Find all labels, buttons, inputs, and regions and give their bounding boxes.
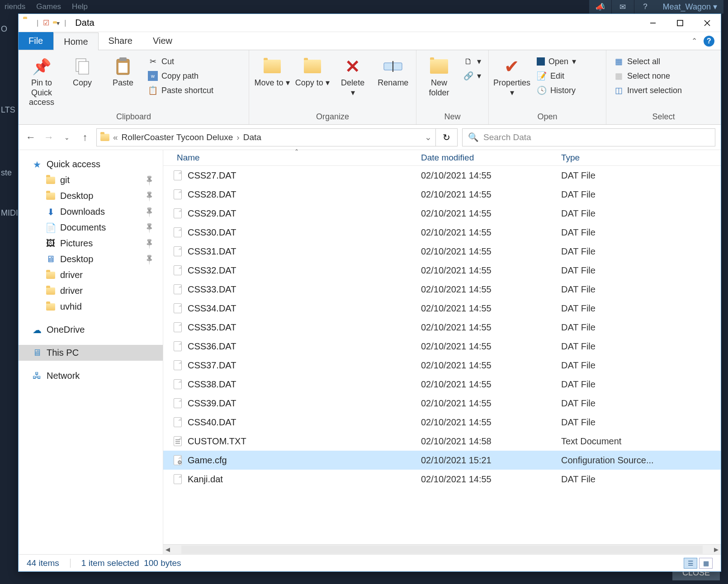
minimize-button[interactable] [639, 14, 667, 32]
collapse-ribbon-icon[interactable]: ⌃ [691, 37, 697, 45]
file-row[interactable]: CSS31.DAT 02/10/2021 14:55 DAT File [163, 242, 721, 261]
column-type[interactable]: Type [561, 153, 721, 163]
file-row[interactable]: CSS37.DAT 02/10/2021 14:55 DAT File [163, 356, 721, 375]
announce-icon[interactable]: 📣 [589, 0, 611, 14]
tab-home[interactable]: Home [53, 33, 98, 50]
mail-icon[interactable]: ✉ [611, 0, 634, 14]
nav-onedrive[interactable]: ☁ OneDrive [19, 322, 163, 338]
ribbon-tabs: File Home Share View ⌃ ? [19, 32, 721, 50]
maximize-button[interactable] [667, 14, 694, 32]
nav-item-uvhid[interactable]: uvhid [19, 299, 163, 315]
nav-item-driver[interactable]: driver [19, 267, 163, 283]
breadcrumb-2[interactable]: Data [243, 132, 261, 142]
file-row[interactable]: CSS39.DAT 02/10/2021 14:55 DAT File [163, 394, 721, 413]
bg-username[interactable]: Meat_Wagon ▾ [657, 0, 723, 14]
file-row[interactable]: CSS35.DAT 02/10/2021 14:55 DAT File [163, 318, 721, 337]
new-item-button[interactable]: 🗋▾ [461, 55, 484, 68]
file-date: 02/10/2021 14:55 [421, 417, 561, 428]
file-list[interactable]: CSS27.DAT 02/10/2021 14:55 DAT File CSS2… [163, 166, 721, 544]
back-button[interactable]: ← [24, 131, 38, 144]
select-none-icon: ▦ [614, 71, 624, 81]
view-thumbnails-button[interactable]: ▦ [699, 558, 713, 569]
edit-button[interactable]: 📝Edit [534, 69, 579, 83]
file-row[interactable]: CSS27.DAT 02/10/2021 14:55 DAT File [163, 166, 721, 185]
paste-shortcut-button[interactable]: 📋Paste shortcut [145, 84, 216, 97]
column-date[interactable]: Date modified [421, 153, 561, 163]
bg-menu-games[interactable]: Games [36, 2, 61, 11]
file-row[interactable]: Game.cfg 02/10/2021 15:21 Configuration … [163, 451, 721, 470]
nav-network[interactable]: 🖧 Network [19, 368, 163, 384]
history-button[interactable]: 🕓History [534, 84, 579, 97]
bg-left-fragments: O LTS ste MIDI [0, 14, 18, 584]
nav-item-downloads[interactable]: ⬇Downloads [19, 204, 163, 220]
refresh-button[interactable]: ↻ [436, 128, 458, 146]
tab-view[interactable]: View [143, 32, 183, 50]
organize-group-label: Organize [254, 110, 411, 124]
bg-menu-help[interactable]: Help [72, 2, 88, 11]
tab-share[interactable]: Share [99, 32, 143, 50]
desktop-icon: 🖥 [46, 254, 56, 264]
folder-icon [46, 270, 56, 280]
nav-quick-access[interactable]: ★ Quick access [19, 156, 163, 172]
copy-to-button[interactable]: Copy to ▾ [294, 53, 331, 88]
properties-button[interactable]: ✔ Properties▾ [493, 53, 530, 98]
forward-button[interactable]: → [42, 131, 56, 144]
up-button[interactable]: ↑ [78, 131, 92, 144]
file-type: DAT File [561, 284, 721, 295]
easy-access-button[interactable]: 🔗▾ [461, 69, 484, 83]
address-bar[interactable]: « RollerCoaster Tycoon Deluxe › Data ⌄ [96, 128, 436, 146]
file-row[interactable]: CUSTOM.TXT 02/10/2021 14:58 Text Documen… [163, 432, 721, 451]
file-row[interactable]: Kanji.dat 02/10/2021 14:55 DAT File [163, 470, 721, 489]
rename-button[interactable]: Rename [375, 53, 411, 88]
pin-quick-access-button[interactable]: 📌 Pin to Quick access [23, 53, 60, 108]
recent-dropdown[interactable]: ⌄ [60, 131, 74, 144]
qat-dropdown-icon[interactable]: ▾ [57, 19, 60, 27]
open-button[interactable]: Open ▾ [534, 55, 579, 68]
search-input[interactable] [483, 132, 709, 142]
nav-item-documents[interactable]: 📄Documents [19, 220, 163, 235]
move-to-button[interactable]: Move to ▾ [254, 53, 290, 88]
paste-button[interactable]: Paste [104, 53, 142, 88]
invert-selection-button[interactable]: ◫Invert selection [611, 84, 685, 97]
nav-item-driver[interactable]: driver [19, 283, 163, 299]
select-none-button[interactable]: ▦Select none [611, 69, 685, 83]
nav-item-desktop[interactable]: 🖥Desktop [19, 251, 163, 267]
file-row[interactable]: CSS28.DAT 02/10/2021 14:55 DAT File [163, 185, 721, 204]
select-all-button[interactable]: ▦Select all [611, 55, 685, 68]
view-details-button[interactable]: ☰ [684, 558, 697, 569]
scroll-left-icon[interactable]: ◀ [163, 546, 172, 553]
file-row[interactable]: CSS29.DAT 02/10/2021 14:55 DAT File [163, 204, 721, 223]
tab-file[interactable]: File [19, 32, 53, 50]
copy-button[interactable]: Copy [64, 53, 101, 88]
qat-properties-icon[interactable]: ☑ [43, 19, 49, 27]
breadcrumb-1[interactable]: RollerCoaster Tycoon Deluxe [122, 132, 233, 142]
cut-button[interactable]: ✂Cut [145, 55, 216, 68]
help-icon[interactable]: ? [634, 0, 657, 14]
close-button[interactable] [694, 14, 721, 32]
file-date: 02/10/2021 14:55 [421, 474, 561, 485]
search-box[interactable]: 🔍 [462, 128, 715, 146]
file-row[interactable]: CSS36.DAT 02/10/2021 14:55 DAT File [163, 337, 721, 356]
nav-item-git[interactable]: git [19, 172, 163, 188]
file-row[interactable]: CSS38.DAT 02/10/2021 14:55 DAT File [163, 375, 721, 394]
file-row[interactable]: CSS34.DAT 02/10/2021 14:55 DAT File [163, 299, 721, 318]
horizontal-scrollbar[interactable]: ◀ ▶ [163, 544, 721, 554]
file-icon [172, 189, 183, 200]
new-folder-button[interactable]: New folder [421, 53, 457, 98]
address-dropdown-icon[interactable]: ⌄ [425, 132, 432, 142]
delete-button[interactable]: ✕ Delete▾ [335, 53, 371, 98]
navigation-pane[interactable]: ★ Quick access gitDesktop⬇Downloads📄Docu… [19, 150, 163, 554]
copy-path-button[interactable]: wCopy path [145, 69, 216, 83]
nav-item-desktop[interactable]: Desktop [19, 188, 163, 204]
nav-this-pc[interactable]: 🖥 This PC [19, 345, 163, 361]
file-row[interactable]: CSS33.DAT 02/10/2021 14:55 DAT File [163, 280, 721, 299]
scroll-right-icon[interactable]: ▶ [712, 546, 721, 553]
bg-menu-friends[interactable]: riends [5, 2, 25, 11]
file-row[interactable]: CSS30.DAT 02/10/2021 14:55 DAT File [163, 223, 721, 242]
nav-item-pictures[interactable]: 🖼Pictures [19, 235, 163, 251]
help-button[interactable]: ? [704, 36, 714, 47]
path-icon: w [148, 71, 158, 81]
file-row[interactable]: CSS32.DAT 02/10/2021 14:55 DAT File [163, 261, 721, 280]
column-name[interactable]: Name [163, 153, 421, 163]
file-row[interactable]: CSS40.DAT 02/10/2021 14:55 DAT File [163, 413, 721, 432]
